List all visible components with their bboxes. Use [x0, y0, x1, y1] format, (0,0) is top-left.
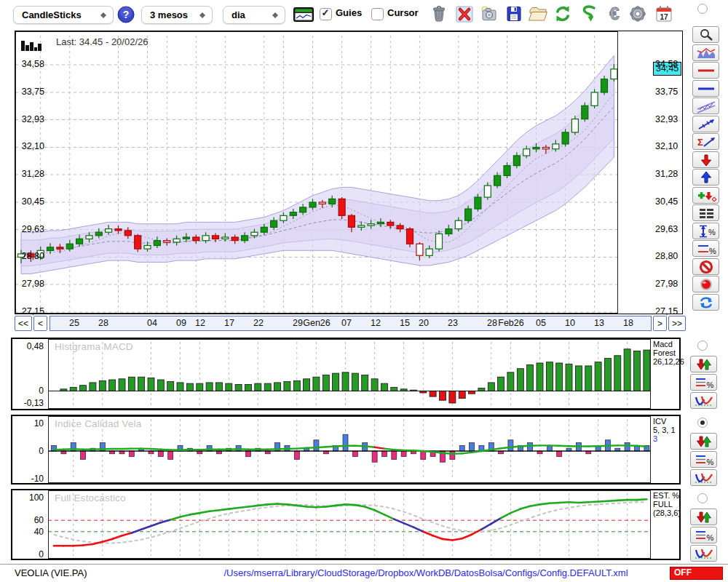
stochastic-radio[interactable]	[697, 493, 708, 503]
macd-lines-percent-button[interactable]: %	[690, 374, 717, 391]
param-line: Macd	[653, 340, 681, 348]
undo-button[interactable]	[578, 4, 598, 27]
delete-button[interactable]	[454, 4, 475, 27]
calendar-button[interactable]: 17	[654, 4, 674, 27]
lines-percent-tool-button[interactable]: %	[692, 240, 719, 257]
stochastic-cross-curves-button[interactable]	[690, 545, 717, 562]
macd-title: Histgrama MACD	[55, 341, 133, 352]
date-tick-label: 23	[437, 318, 469, 328]
icv-radio[interactable]	[697, 418, 708, 428]
scroll-last-button[interactable]: >>	[668, 316, 686, 331]
chart-type-select[interactable]: CandleSticks	[13, 6, 114, 24]
price-tick-label: 32,93	[22, 114, 44, 124]
stochastic-axis: 10060400	[12, 490, 48, 559]
off-toggle-button[interactable]: OFF	[670, 567, 723, 580]
chevron-updown-icon	[100, 9, 107, 21]
open-folder-icon	[527, 4, 549, 24]
euro-button[interactable]: €	[604, 4, 625, 27]
axis-tick-label: 100	[29, 493, 44, 503]
add-marker-icon	[695, 188, 717, 203]
interval-select[interactable]: dia	[223, 6, 285, 24]
axis-tick-label: 10	[34, 418, 44, 428]
blue-line-tool-button[interactable]	[692, 80, 719, 97]
block-icon	[695, 260, 717, 274]
indicator-panel-button[interactable]	[692, 44, 719, 61]
refresh-button[interactable]	[552, 4, 574, 27]
price-tick-label: 32,10	[655, 141, 678, 151]
mini-chart-button[interactable]	[293, 7, 314, 25]
price-tick-label: 28,80	[22, 251, 44, 261]
date-tick-label: 05	[525, 318, 557, 328]
chevron-updown-icon	[199, 9, 206, 21]
save-floppy-icon	[504, 4, 524, 24]
sum-trend-tool-button[interactable]: Σ	[692, 133, 719, 150]
stochastic-title: Full Estocastico	[55, 493, 126, 503]
icv-cross-curves-button[interactable]	[690, 469, 717, 486]
macd-panel: 0,480-0,13 Histgrama MACD MacdForest26,1…	[11, 338, 681, 410]
list-tool-button[interactable]	[692, 204, 719, 221]
help-icon: ?	[116, 5, 135, 24]
measure-percent-icon: %	[695, 224, 717, 239]
lines-percent-icon: %	[695, 242, 717, 256]
euro-icon: €	[604, 4, 625, 24]
trash-button[interactable]	[429, 4, 449, 27]
candlestick-plot	[15, 31, 618, 314]
price-tick-label: 34,58	[655, 59, 678, 69]
price-tick-label: 31,28	[655, 169, 678, 179]
param-line: (28,3,6)	[653, 509, 681, 517]
sync-tool-button[interactable]	[692, 294, 719, 311]
date-tick-label: 25	[58, 318, 90, 328]
svg-text:%: %	[706, 533, 713, 542]
param-line: 26,12,26	[653, 357, 681, 366]
icv-updown-button[interactable]	[690, 433, 717, 450]
macd-radio[interactable]	[697, 340, 708, 351]
axis-tick-label: 0	[39, 549, 44, 559]
price-tick-label: 33,75	[655, 87, 678, 97]
svg-text:%: %	[709, 247, 716, 255]
axis-tick-label: -0,13	[24, 398, 44, 408]
block-tool-button[interactable]	[692, 258, 719, 275]
scroll-next-button[interactable]: >	[653, 316, 667, 331]
toolbar-radio[interactable]	[697, 4, 708, 14]
red-line-tool-button[interactable]	[692, 62, 719, 79]
refresh-icon	[552, 4, 574, 24]
cursor-checkbox[interactable]	[371, 8, 384, 20]
guies-checkbox[interactable]	[320, 8, 332, 20]
open-folder-button[interactable]	[527, 4, 549, 27]
price-axis-left: 34,5833,7532,9332,1031,2830,4529,6328,80…	[15, 31, 49, 314]
macd-params: MacdForest26,12,26	[653, 340, 681, 366]
scroll-prev-button[interactable]: <	[33, 316, 47, 331]
param-line: EST. %	[653, 491, 681, 500]
save-button[interactable]	[504, 4, 524, 27]
scroll-first-button[interactable]: <<	[15, 316, 32, 331]
macd-plot	[48, 339, 651, 409]
stochastic-updown-button[interactable]	[690, 509, 717, 525]
channel-tool-button[interactable]	[692, 97, 719, 114]
record-tool-button[interactable]	[692, 276, 719, 292]
period-select[interactable]: 3 mesos	[141, 6, 213, 24]
arrow-down-tool-button[interactable]	[692, 151, 719, 168]
macd-cross-curves-button[interactable]	[690, 392, 717, 409]
trend-line-tool-button[interactable]	[692, 116, 719, 132]
settings-button[interactable]	[628, 4, 648, 27]
date-tick-label: 12	[184, 318, 216, 328]
date-axis-strip[interactable]: 2528040912172229Gen26071215202328Feb2605…	[50, 316, 652, 331]
price-tick-label: 30,45	[655, 196, 678, 207]
arrow-up-tool-button[interactable]	[692, 169, 719, 186]
price-tick-label: 34,58	[22, 59, 44, 69]
macd-updown-button[interactable]	[690, 356, 717, 372]
cross-curves-icon	[693, 471, 715, 485]
zoom-button[interactable]	[692, 26, 719, 43]
price-tick-label: 27,15	[22, 306, 44, 316]
date-tick-label: Feb26	[495, 318, 527, 328]
add-marker-tool-button[interactable]	[692, 187, 719, 204]
help-button[interactable]: ?	[116, 5, 135, 27]
snapshot-button[interactable]	[479, 4, 499, 27]
last-price-label: Last: 34.45 - 20/02/26	[56, 36, 148, 47]
sync-icon	[695, 295, 717, 310]
icv-lines-percent-button[interactable]: %	[690, 451, 717, 468]
price-tick-label: 32,10	[22, 141, 44, 151]
stochastic-lines-percent-button[interactable]: %	[690, 527, 717, 543]
date-tick-label: Gen26	[301, 318, 333, 328]
measure-percent-tool-button[interactable]: %	[692, 223, 719, 239]
